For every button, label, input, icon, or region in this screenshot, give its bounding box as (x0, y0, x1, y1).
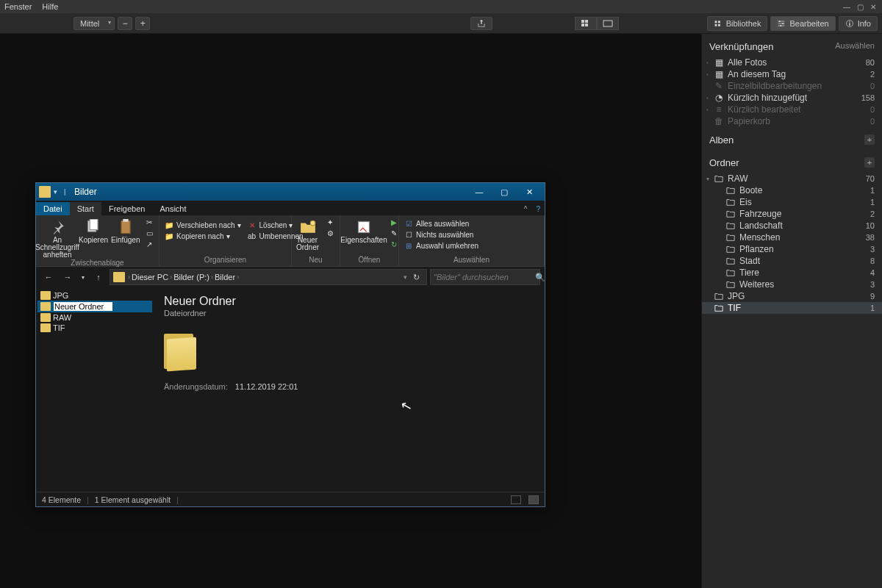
tab-freigeben[interactable]: Freigeben (101, 202, 153, 215)
explorer-titlebar[interactable]: ▾ | Bilder — ▢ ✕ (36, 183, 545, 201)
tab-datei[interactable]: Datei (36, 202, 70, 215)
links-select-action[interactable]: Auswählen (835, 41, 875, 52)
menu-fenster[interactable]: Fenster (4, 2, 32, 11)
new-item-button[interactable]: ✦ (323, 217, 337, 227)
folder-label: Pflanzen (739, 244, 870, 254)
move-to-button[interactable]: 📁Verschieben nach ▾ (162, 220, 243, 230)
folder-row[interactable]: Eis1 (702, 196, 882, 208)
tree-item[interactable]: RAW (37, 312, 152, 323)
paste-shortcut-button[interactable]: ↗ (143, 239, 156, 249)
properties-button[interactable]: Eigenschaften (343, 217, 384, 244)
folder-row[interactable]: Boote1 (702, 184, 882, 196)
single-view-button[interactable] (597, 17, 619, 30)
new-item-icon: ✦ (325, 217, 335, 227)
folder-row[interactable]: Landschaft10 (702, 220, 882, 232)
refresh-button[interactable]: ↻ (409, 273, 423, 282)
link-row[interactable]: ✎Einzelbildbearbeitungen0 (702, 80, 882, 92)
folder-row[interactable]: TIF1 (702, 302, 882, 314)
folder-row[interactable]: JPG9 (702, 290, 882, 302)
cut-button[interactable]: ✂ (143, 217, 156, 227)
copy-button[interactable]: Kopieren (79, 217, 108, 244)
explorer-minimize-button[interactable]: — (467, 184, 492, 200)
ribbon-help-icon[interactable]: ? (531, 203, 545, 215)
folder-row[interactable]: Tiere4 (702, 267, 882, 279)
mode-library-label: Bibliothek (726, 19, 761, 28)
copy-to-button[interactable]: 📁Kopieren nach ▾ (162, 231, 243, 241)
tree-item[interactable]: TIF (37, 323, 152, 333)
status-details-view-icon[interactable] (511, 495, 521, 504)
right-panel: Verknüpfungen Auswählen ›▦Alle Fotos80›▦… (701, 34, 882, 588)
grid-view-button[interactable] (575, 17, 597, 30)
folder-label: TIF (728, 303, 870, 313)
app-menubar: Fenster Hilfe — ▢ ✕ (0, 0, 882, 13)
select-none-button[interactable]: ☐Nichts auswählen (402, 229, 480, 240)
folder-count: 1 (870, 198, 875, 207)
win-minimize-icon[interactable]: — (842, 2, 851, 11)
zoom-out-button[interactable]: − (118, 17, 132, 30)
tab-start[interactable]: Start (70, 202, 101, 215)
folder-icon (40, 291, 51, 300)
nav-back-button[interactable]: ← (40, 270, 57, 284)
link-row[interactable]: ›◔Kürzlich hinzugefügt158 (702, 92, 882, 104)
folder-icon (39, 186, 51, 198)
link-row[interactable]: ›≡Kürzlich bearbeitet0 (702, 104, 882, 115)
folder-row[interactable]: ▾RAW70 (702, 173, 882, 184)
share-button[interactable] (470, 17, 492, 30)
qat-dropdown-icon[interactable]: ▾ (54, 188, 61, 196)
mode-info-button[interactable]: Info (839, 16, 878, 31)
nav-up-button[interactable]: ↑ (90, 270, 107, 284)
mode-library-button[interactable]: Bibliothek (707, 16, 768, 31)
svg-rect-18 (123, 219, 128, 222)
breadcrumb-item[interactable]: Dieser PC (132, 273, 168, 282)
search-input[interactable] (434, 273, 535, 282)
link-row[interactable]: ›▦Alle Fotos80 (702, 57, 882, 68)
breadcrumb-dropdown-icon[interactable]: ▾ (404, 273, 407, 281)
breadcrumb-item[interactable]: Bilder (215, 273, 235, 282)
ribbon-collapse-icon[interactable]: ^ (520, 203, 532, 215)
search-icon: 🔍 (535, 273, 545, 282)
tree-item[interactable]: JPG (37, 290, 152, 301)
link-row[interactable]: ›▦An diesem Tag2 (702, 68, 882, 80)
add-album-button[interactable]: + (864, 135, 875, 145)
win-close-icon[interactable]: ✕ (869, 2, 878, 11)
tree-item-editing[interactable] (37, 301, 152, 312)
folder-row[interactable]: Pflanzen3 (702, 243, 882, 255)
add-folder-button[interactable]: + (864, 157, 875, 168)
pin-button[interactable]: An Schnellzugriff anheften (39, 217, 76, 259)
folder-count: 70 (866, 174, 875, 183)
folder-label: Boote (739, 185, 870, 196)
explorer-close-button[interactable]: ✕ (517, 184, 542, 200)
breadcrumb[interactable]: › Dieser PC › Bilder (P:) › Bilder › ▾ ↻ (110, 269, 427, 285)
copy-path-button[interactable]: ▭ (143, 228, 156, 238)
folder-row[interactable]: Stadt8 (702, 255, 882, 267)
win-maximize-icon[interactable]: ▢ (856, 2, 864, 11)
folder-row[interactable]: Fahrzeuge2 (702, 208, 882, 220)
mode-edit-button[interactable]: Bearbeiten (770, 16, 835, 31)
folder-row[interactable]: Menschen38 (702, 232, 882, 243)
new-folder-button[interactable]: Neuer Ordner (295, 217, 320, 251)
zoom-in-button[interactable]: + (135, 17, 150, 30)
paste-button[interactable]: Einfügen (111, 217, 140, 244)
breadcrumb-item[interactable]: Bilder (P:) (173, 273, 209, 282)
explorer-maximize-button[interactable]: ▢ (492, 184, 517, 200)
invert-selection-button[interactable]: ⊞Auswahl umkehren (402, 240, 480, 251)
folder-icon (40, 302, 51, 311)
folder-row[interactable]: Weiteres3 (702, 279, 882, 290)
menu-hilfe[interactable]: Hilfe (42, 2, 58, 11)
rename-input[interactable] (53, 301, 113, 312)
clock-icon: ◔ (714, 93, 724, 103)
link-row[interactable]: 🗑Papierkorb0 (702, 115, 882, 127)
folder-label: Landschaft (739, 220, 866, 231)
tab-ansicht[interactable]: Ansicht (152, 202, 193, 215)
zoom-level-select[interactable]: Mittel (74, 17, 115, 30)
select-all-button[interactable]: ☑Alles auswählen (402, 218, 480, 229)
folder-icon (725, 185, 736, 196)
svg-point-14 (849, 21, 850, 23)
status-icons-view-icon[interactable] (528, 495, 539, 504)
easy-access-button[interactable]: ⚙ (323, 228, 337, 238)
nav-forward-button[interactable]: → (60, 270, 76, 284)
folder-icon (725, 244, 736, 254)
folder-icon (725, 232, 736, 243)
nav-history-button[interactable]: ▾ (79, 270, 87, 284)
search-box[interactable]: 🔍 (430, 269, 540, 285)
